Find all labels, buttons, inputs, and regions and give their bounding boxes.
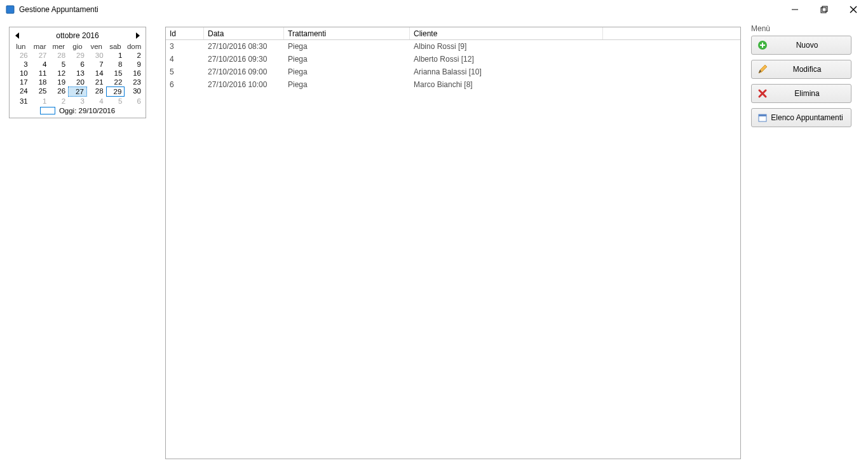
calendar-day[interactable]: 23 (125, 78, 144, 86)
calendar-day[interactable]: 1 (31, 97, 50, 106)
calendar-day[interactable]: 25 (31, 86, 50, 97)
table-cell-blank (603, 78, 740, 91)
titlebar: Gestione Appuntamenti (0, 0, 868, 19)
calendar-day[interactable]: 26 (49, 86, 68, 97)
calendar-day[interactable]: 5 (106, 97, 125, 106)
svg-marker-8 (136, 32, 140, 39)
modifica-label: Modifica (768, 65, 846, 74)
calendar-day[interactable]: 13 (68, 69, 87, 78)
calendar-grid: 2627282930123456789101112131415161718192… (11, 51, 144, 106)
table-cell-trattamenti: Piega (284, 66, 410, 78)
calendar-day[interactable]: 27 (31, 51, 50, 60)
table-cell-blank (603, 40, 740, 53)
close-button[interactable] (839, 0, 868, 19)
table-header-row: Id Data Trattamenti Cliente (166, 27, 740, 40)
calendar-day[interactable]: 1 (106, 51, 125, 60)
calendar-next-button[interactable] (132, 31, 142, 41)
calendar: ottobre 2016 lunmarmergiovensabdom 26272… (9, 27, 146, 118)
calendar-dayname: mer (49, 42, 68, 51)
calendar-prev-button[interactable] (13, 31, 23, 41)
calendar-today-row[interactable]: Oggi: 29/10/2016 (11, 107, 144, 114)
calendar-day[interactable]: 17 (11, 78, 31, 86)
calendar-day[interactable]: 20 (68, 78, 87, 86)
calendar-day[interactable]: 4 (87, 97, 106, 106)
menu-title: Menù (751, 24, 859, 33)
calendar-day[interactable]: 30 (87, 51, 106, 60)
col-trattamenti[interactable]: Trattamenti (284, 27, 410, 39)
calendar-day[interactable]: 6 (68, 60, 87, 69)
calendar-day[interactable]: 10 (11, 69, 31, 78)
svg-rect-17 (759, 114, 766, 116)
calendar-icon (757, 112, 768, 123)
calendar-day[interactable]: 15 (106, 69, 125, 78)
calendar-day[interactable]: 19 (49, 78, 68, 86)
calendar-day[interactable]: 26 (11, 51, 31, 60)
calendar-day[interactable]: 6 (125, 97, 144, 106)
table-row[interactable]: 527/10/2016 09:00PiegaArianna Balassi [1… (166, 66, 740, 78)
calendar-day[interactable]: 27 (68, 86, 87, 97)
calendar-day[interactable]: 7 (87, 60, 106, 69)
calendar-day[interactable]: 2 (49, 97, 68, 106)
table-cell-id: 6 (166, 78, 204, 91)
nuovo-label: Nuovo (768, 41, 846, 50)
calendar-day[interactable]: 4 (31, 60, 50, 69)
window-title: Gestione Appuntamenti (19, 5, 98, 14)
calendar-day[interactable]: 24 (11, 86, 31, 97)
calendar-day[interactable]: 9 (125, 60, 144, 69)
col-data[interactable]: Data (204, 27, 284, 39)
minimize-button[interactable] (780, 0, 810, 19)
table-cell-cliente: Alberto Rossi [12] (410, 53, 603, 66)
col-cliente[interactable]: Cliente (410, 27, 603, 39)
svg-marker-7 (15, 32, 19, 39)
calendar-day[interactable]: 2 (125, 51, 144, 60)
table-row[interactable]: 427/10/2016 09:30PiegaAlberto Rossi [12] (166, 53, 740, 66)
calendar-dayname: ven (87, 42, 106, 51)
calendar-day[interactable]: 22 (106, 78, 125, 86)
table-cell-data: 27/10/2016 09:30 (204, 53, 284, 66)
table-cell-trattamenti: Piega (284, 78, 410, 91)
svg-rect-3 (821, 8, 826, 13)
calendar-day[interactable]: 3 (11, 60, 31, 69)
col-blank[interactable] (603, 27, 740, 39)
calendar-dayname: lun (11, 42, 31, 51)
calendar-day[interactable]: 16 (125, 69, 144, 78)
table-row[interactable]: 327/10/2016 08:30PiegaAlbino Rossi [9] (166, 40, 740, 53)
table-cell-cliente: Albino Rossi [9] (410, 40, 603, 53)
calendar-day[interactable]: 12 (49, 69, 68, 78)
calendar-day[interactable]: 14 (87, 69, 106, 78)
table-cell-cliente: Arianna Balassi [10] (410, 66, 603, 78)
calendar-day[interactable]: 30 (125, 86, 144, 97)
calendar-day[interactable]: 18 (31, 78, 50, 86)
table-cell-blank (603, 66, 740, 78)
elimina-button[interactable]: Elimina (751, 84, 851, 103)
table-cell-id: 5 (166, 66, 204, 78)
maximize-button[interactable] (810, 0, 839, 19)
table-row[interactable]: 627/10/2016 10:00PiegaMarco Bianchi [8] (166, 78, 740, 91)
nuovo-button[interactable]: Nuovo (751, 36, 851, 55)
table-cell-trattamenti: Piega (284, 53, 410, 66)
table-cell-cliente: Marco Bianchi [8] (410, 78, 603, 91)
elimina-label: Elimina (768, 89, 846, 98)
calendar-title[interactable]: ottobre 2016 (56, 31, 98, 40)
table-cell-data: 27/10/2016 09:00 (204, 66, 284, 78)
calendar-day[interactable]: 11 (31, 69, 50, 78)
window-controls (780, 0, 868, 19)
calendar-day[interactable]: 29 (106, 86, 125, 97)
calendar-day[interactable]: 29 (68, 51, 87, 60)
calendar-day[interactable]: 21 (87, 78, 106, 86)
calendar-today-label: Oggi: 29/10/2016 (59, 107, 115, 114)
menu-panel: Menù Nuovo Modifica Elimina Elenco Appun… (751, 24, 859, 132)
svg-rect-0 (6, 6, 14, 13)
calendar-day[interactable]: 28 (87, 86, 106, 97)
calendar-day[interactable]: 3 (68, 97, 87, 106)
col-id[interactable]: Id (166, 27, 204, 39)
calendar-day[interactable]: 31 (11, 97, 31, 106)
modifica-button[interactable]: Modifica (751, 60, 851, 79)
today-swatch-icon (40, 107, 55, 114)
calendar-day[interactable]: 5 (49, 60, 68, 69)
calendar-dayname: gio (68, 42, 87, 51)
calendar-day[interactable]: 28 (49, 51, 68, 60)
elenco-button[interactable]: Elenco Appuntamenti (751, 108, 851, 127)
calendar-dayname: dom (125, 42, 144, 51)
calendar-day[interactable]: 8 (106, 60, 125, 69)
